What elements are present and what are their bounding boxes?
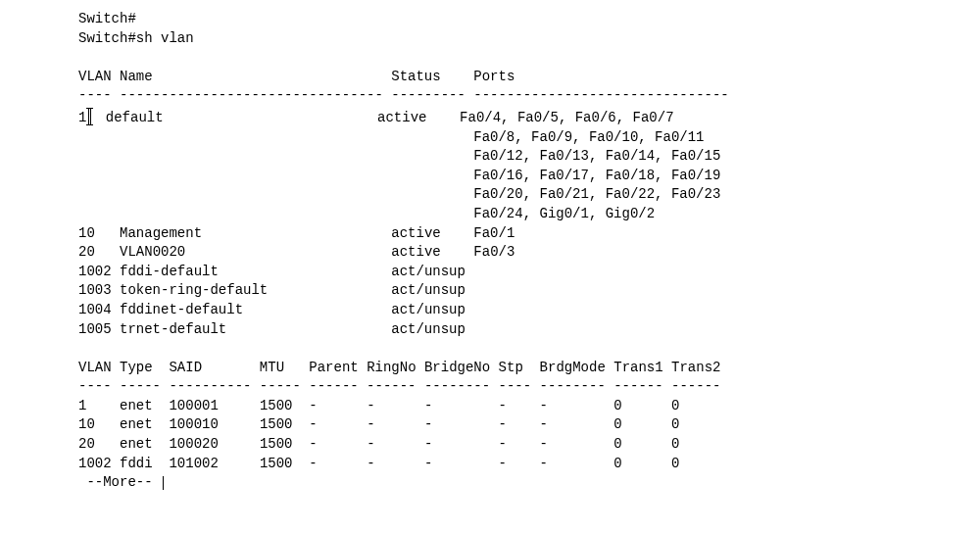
vlan-trans1: 0 xyxy=(613,456,621,471)
col-ports: Ports xyxy=(473,69,514,84)
vlan-name: fddinet-default xyxy=(120,302,243,317)
vlan-ports: Fa0/24, Gig0/1, Gig0/2 xyxy=(473,206,655,221)
vlan-ports: Fa0/12, Fa0/13, Fa0/14, Fa0/15 xyxy=(473,148,720,164)
vlan-name: token-ring-default xyxy=(120,282,268,298)
divider: -------- xyxy=(424,378,490,394)
vlan-name: VLAN0020 xyxy=(120,244,185,260)
vlan-id: 20 xyxy=(78,244,95,260)
vlan-trans2: 0 xyxy=(671,456,679,471)
vlan-ringno: - xyxy=(367,416,374,432)
col-trans2: Trans2 xyxy=(671,360,720,375)
vlan-said: 100001 xyxy=(169,398,218,413)
vlan-said: 100020 xyxy=(169,436,218,452)
vlan-status: act/unsup xyxy=(391,321,466,337)
vlan-id: 10 xyxy=(78,225,95,241)
vlan-trans1: 0 xyxy=(613,398,621,413)
vlan-stp: - xyxy=(499,456,507,471)
more-prompt[interactable]: --More-- xyxy=(78,474,161,490)
col-status: Status xyxy=(391,69,440,84)
vlan-type: enet xyxy=(120,398,153,413)
col-parent: Parent xyxy=(309,360,358,375)
vlan-ringno: - xyxy=(367,436,374,452)
vlan-ports: Fa0/8, Fa0/9, Fa0/10, Fa0/11 xyxy=(473,129,704,145)
vlan-parent: - xyxy=(309,456,317,471)
col-type: Type xyxy=(120,360,153,375)
col-trans1: Trans1 xyxy=(613,360,662,375)
vlan-said: 100010 xyxy=(169,416,218,432)
divider: ----- xyxy=(120,378,161,394)
vlan-id: 1 xyxy=(78,110,86,125)
vlan-brdgmode: - xyxy=(540,398,548,413)
vlan-ports: Fa0/16, Fa0/17, Fa0/18, Fa0/19 xyxy=(473,168,720,183)
vlan-name: trnet-default xyxy=(120,321,226,337)
divider: ----- xyxy=(260,378,301,394)
col-brdgmode: BrdgMode xyxy=(540,360,606,375)
divider: ------ xyxy=(671,378,720,394)
vlan-id: 1002 xyxy=(78,264,112,279)
vlan-parent: - xyxy=(309,398,317,413)
vlan-type: enet xyxy=(120,436,153,452)
col-vlan: VLAN xyxy=(78,360,112,375)
vlan-name: fddi-default xyxy=(120,264,219,279)
prompt-line: Switch# xyxy=(78,11,136,26)
vlan-status: active xyxy=(391,225,440,241)
vlan-status: act/unsup xyxy=(391,282,466,298)
vlan-trans2: 0 xyxy=(671,436,679,452)
vlan-ports: Fa0/4, Fa0/5, Fa0/6, Fa0/7 xyxy=(460,110,673,125)
vlan-name: default xyxy=(106,110,164,125)
col-ringno: RingNo xyxy=(367,360,416,375)
divider: ---- xyxy=(499,378,532,394)
vlan-type: fddi xyxy=(120,456,153,471)
divider: ------ xyxy=(367,378,416,394)
vlan-id: 1 xyxy=(78,398,86,413)
divider: -------------------------------- xyxy=(120,87,383,103)
divider: ---------- xyxy=(169,378,251,394)
cursor-icon xyxy=(163,476,164,490)
vlan-ringno: - xyxy=(367,398,374,413)
vlan-mtu: 1500 xyxy=(260,436,293,452)
vlan-type: enet xyxy=(120,416,153,432)
vlan-brdgmode: - xyxy=(540,436,548,452)
col-said: SAID xyxy=(169,360,202,375)
vlan-said: 101002 xyxy=(169,456,218,471)
col-name: Name xyxy=(120,69,153,84)
vlan-status: act/unsup xyxy=(391,302,466,317)
vlan-bridgeno: - xyxy=(424,416,432,432)
terminal-output[interactable]: Switch# Switch#sh vlan VLAN Name Status … xyxy=(0,0,980,493)
col-stp: Stp xyxy=(499,360,523,375)
vlan-trans1: 0 xyxy=(613,416,621,432)
vlan-id: 1004 xyxy=(78,302,112,317)
divider: ------------------------------- xyxy=(473,87,728,103)
vlan-status: act/unsup xyxy=(391,264,466,279)
prompt-line: Switch#sh vlan xyxy=(78,30,194,46)
text-cursor-icon xyxy=(88,109,91,124)
vlan-name: Management xyxy=(120,225,202,241)
vlan-stp: - xyxy=(499,398,507,413)
divider: --------- xyxy=(391,87,466,103)
vlan-brdgmode: - xyxy=(540,456,548,471)
vlan-mtu: 1500 xyxy=(260,456,293,471)
vlan-parent: - xyxy=(309,436,317,452)
col-vlan: VLAN xyxy=(78,69,112,84)
vlan-mtu: 1500 xyxy=(260,416,293,432)
vlan-id: 1002 xyxy=(78,456,112,471)
vlan-ports: Fa0/3 xyxy=(473,244,514,260)
divider: -------- xyxy=(540,378,606,394)
vlan-ports: Fa0/1 xyxy=(473,225,514,241)
vlan-trans2: 0 xyxy=(671,416,679,432)
vlan-trans2: 0 xyxy=(671,398,679,413)
vlan-ports: Fa0/20, Fa0/21, Fa0/22, Fa0/23 xyxy=(473,186,720,202)
vlan-bridgeno: - xyxy=(424,436,432,452)
vlan-stp: - xyxy=(499,416,507,432)
divider: ------ xyxy=(309,378,358,394)
divider: ---- xyxy=(78,378,112,394)
vlan-ringno: - xyxy=(367,456,374,471)
vlan-brdgmode: - xyxy=(540,416,548,432)
vlan-mtu: 1500 xyxy=(260,398,293,413)
vlan-id: 10 xyxy=(78,416,95,432)
vlan-id: 1005 xyxy=(78,321,112,337)
vlan-parent: - xyxy=(309,416,317,432)
vlan-stp: - xyxy=(499,436,507,452)
col-bridgeno: BridgeNo xyxy=(424,360,490,375)
col-mtu: MTU xyxy=(260,360,284,375)
